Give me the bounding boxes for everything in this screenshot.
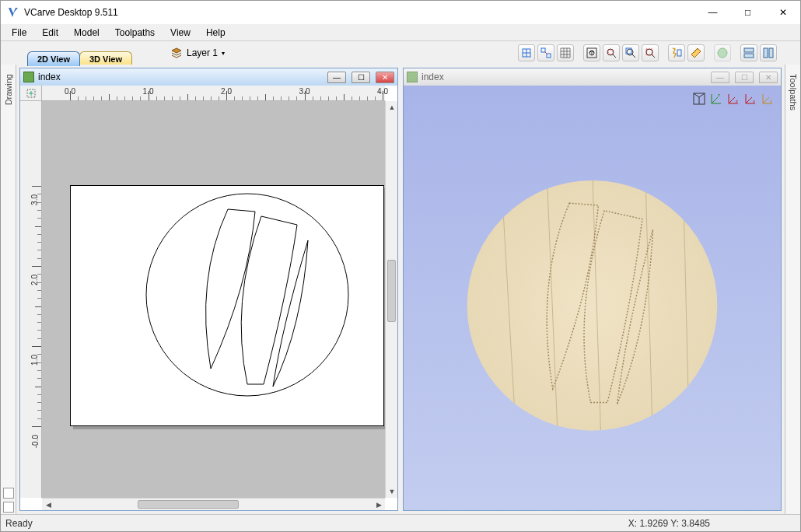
scroll-left-icon[interactable]: ◀ (42, 499, 54, 510)
axis-y-button[interactable]: y (759, 90, 776, 107)
ruler-h-label: 3.0 (299, 87, 310, 96)
scroll-thumb-v[interactable] (387, 260, 396, 322)
pane-3d-body: z z x y (404, 86, 781, 510)
axis-xy-button[interactable]: z (708, 90, 725, 107)
snap-geometry-button[interactable] (537, 44, 554, 61)
zoom-previous-button[interactable] (642, 44, 659, 61)
ruler-corner[interactable] (20, 86, 42, 101)
layer-icon (170, 47, 183, 59)
left-side-panel[interactable]: Drawing (1, 65, 16, 514)
app-logo-icon (7, 6, 19, 19)
scroll-right-icon[interactable]: ▶ (373, 499, 385, 510)
side-mini-2[interactable] (3, 502, 14, 513)
svg-point-7 (627, 49, 633, 55)
pane-3d-minimize[interactable]: — (711, 72, 729, 83)
svg-rect-16 (769, 48, 773, 58)
view-iso-button[interactable] (691, 90, 708, 107)
toolbar-row: 2D View 3D View Layer 1 ▾ (1, 41, 800, 65)
ruler-v-label: -0.0 (31, 435, 40, 448)
view-toolbar (518, 44, 777, 61)
layer-dropdown[interactable]: Layer 1 ▾ (164, 45, 231, 61)
snap-grid-button[interactable] (518, 44, 535, 61)
scroll-down-icon[interactable]: ▼ (386, 485, 397, 498)
statusbar: Ready X: 1.9269 Y: 3.8485 (1, 514, 800, 531)
ruler-h-label: 4.0 (377, 87, 388, 96)
ruler-horizontal[interactable]: 0.01.02.03.04.0 (42, 86, 385, 101)
view-3d-icons: z z x y (691, 90, 776, 107)
canvas-3d[interactable]: z z x y (404, 86, 781, 510)
svg-point-12 (718, 48, 727, 58)
origin-icon (26, 89, 36, 98)
pane-3d-maximize[interactable]: ☐ (735, 72, 754, 83)
layer-label: Layer 1 (187, 47, 218, 58)
workspace: index — ☐ ✕ 0.01.02.03.04.0 -0.01.02.03.… (16, 65, 785, 514)
scroll-up-icon[interactable]: ▲ (386, 101, 397, 114)
menu-file[interactable]: File (4, 26, 34, 40)
status-ready: Ready (5, 518, 33, 529)
canvas-2d[interactable] (42, 101, 385, 498)
menu-view[interactable]: View (163, 26, 198, 40)
svg-text:x: x (753, 99, 755, 103)
tile-vertical-button[interactable] (760, 44, 777, 61)
drawing-tab-label: Drawing (4, 69, 13, 110)
pane-2d-titlebar[interactable]: index — ☐ ✕ (20, 68, 397, 86)
pane-3d: index — ☐ ✕ (403, 68, 782, 511)
scroll-thumb-h[interactable] (138, 500, 239, 509)
vectors-svg (71, 186, 385, 427)
guide-lines-button[interactable] (668, 44, 685, 61)
right-side-panel[interactable]: Toolpaths (785, 65, 800, 514)
zoom-extents-button[interactable] (583, 44, 600, 61)
close-button[interactable]: ✕ (765, 1, 800, 24)
material-stock (70, 185, 384, 426)
zoom-selected-button[interactable] (603, 44, 620, 61)
pane-3d-close[interactable]: ✕ (759, 72, 778, 83)
side-mini-1[interactable] (3, 488, 14, 499)
svg-rect-11 (677, 50, 681, 56)
view-3d-iso-button[interactable] (714, 44, 731, 61)
svg-rect-13 (744, 48, 754, 52)
toolpaths-tab-label: Toolpaths (789, 69, 798, 115)
svg-rect-6 (608, 50, 613, 54)
tab-2d-view[interactable]: 2D View (27, 51, 80, 66)
pane-2d-icon (23, 72, 34, 82)
minimize-button[interactable]: — (695, 1, 730, 24)
preview-3d-svg (404, 86, 781, 510)
axis-x-button[interactable]: x (742, 90, 759, 107)
view-tabs: 2D View 3D View (27, 41, 131, 65)
grid-toggle-button[interactable] (557, 44, 574, 61)
status-coordinates: X: 1.9269 Y: 3.8485 (628, 518, 796, 529)
ruler-vertical[interactable]: -0.01.02.03.0 (20, 101, 42, 498)
main-area: Drawing index — ☐ ✕ 0.01.02.03.04.0 -0.0… (1, 65, 800, 514)
svg-point-18 (146, 194, 348, 396)
zoom-window-button[interactable] (622, 44, 639, 61)
menu-help[interactable]: Help (198, 26, 233, 40)
menubar: File Edit Model Toolpaths View Help (1, 24, 800, 41)
pane-2d-title: index (38, 72, 61, 82)
scrollbar-vertical[interactable]: ▲ ▼ (385, 101, 397, 498)
menu-edit[interactable]: Edit (34, 26, 66, 40)
ruler-h-label: 2.0 (221, 87, 232, 96)
svg-rect-15 (764, 48, 768, 58)
ruler-h-label: 1.0 (143, 87, 154, 96)
svg-rect-2 (547, 54, 551, 58)
axis-z-button[interactable]: z (725, 90, 742, 107)
ruler-v-label: 1.0 (31, 355, 40, 366)
menu-model[interactable]: Model (66, 26, 107, 40)
pane-2d-maximize[interactable]: ☐ (352, 72, 370, 83)
svg-text:y: y (770, 99, 772, 103)
pane-3d-titlebar[interactable]: index — ☐ ✕ (404, 68, 781, 86)
ruler-toggle-button[interactable] (687, 44, 705, 61)
maximize-button[interactable]: □ (730, 1, 765, 24)
tile-horizontal-button[interactable] (740, 44, 757, 61)
pane-2d-close[interactable]: ✕ (376, 72, 394, 83)
svg-point-9 (646, 49, 652, 55)
scrollbar-horizontal[interactable]: ◀ ▶ (42, 498, 385, 510)
pane-2d-minimize[interactable]: — (327, 72, 346, 83)
ruler-v-label: 2.0 (31, 275, 40, 285)
pane-2d-body: 0.01.02.03.04.0 -0.01.02.03.0 ▲ (20, 86, 397, 510)
ruler-h-label: 0.0 (65, 87, 75, 96)
chevron-down-icon: ▾ (222, 50, 225, 57)
pane-3d-icon (407, 72, 418, 82)
svg-rect-14 (744, 54, 754, 58)
menu-toolpaths[interactable]: Toolpaths (107, 26, 163, 40)
